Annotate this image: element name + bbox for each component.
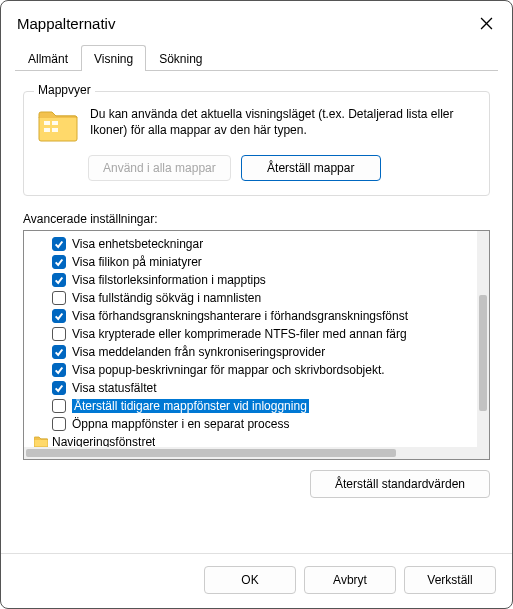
list-item-label: Visa krypterade eller komprimerade NTFS-… bbox=[72, 327, 407, 341]
list-item-label: Visa förhandsgranskningshanterare i förh… bbox=[72, 309, 408, 323]
ok-button[interactable]: OK bbox=[204, 566, 296, 594]
list-item-label: Visa popup-beskrivningar för mappar och … bbox=[72, 363, 385, 377]
restore-defaults-button[interactable]: Återställ standardvärden bbox=[310, 470, 490, 498]
dialog-footer: OK Avbryt Verkställ bbox=[1, 553, 512, 608]
list-item[interactable]: Visa enhetsbeteckningar bbox=[24, 235, 477, 253]
advanced-settings-listbox[interactable]: Visa enhetsbeteckningarVisa filikon på m… bbox=[23, 230, 490, 460]
list-item[interactable]: Öppna mappfönster i en separat process bbox=[24, 415, 477, 433]
list-item[interactable]: Visa förhandsgranskningshanterare i förh… bbox=[24, 307, 477, 325]
folder-views-description: Du kan använda det aktuella visningsläge… bbox=[90, 106, 475, 138]
checkbox[interactable] bbox=[52, 291, 66, 305]
horizontal-scrollbar[interactable] bbox=[24, 447, 477, 459]
checkbox[interactable] bbox=[52, 237, 66, 251]
checkbox[interactable] bbox=[52, 363, 66, 377]
list-item[interactable]: Visa statusfältet bbox=[24, 379, 477, 397]
svg-rect-4 bbox=[52, 121, 58, 125]
vertical-scrollbar[interactable] bbox=[477, 231, 489, 447]
vertical-scroll-thumb[interactable] bbox=[479, 295, 487, 411]
titlebar: Mappalternativ bbox=[1, 1, 512, 43]
apply-to-folders-button: Använd i alla mappar bbox=[88, 155, 231, 181]
tab-content: Mappvyer Du kan använda det aktuella vis… bbox=[1, 71, 512, 553]
close-button[interactable] bbox=[472, 9, 500, 37]
checkbox[interactable] bbox=[52, 381, 66, 395]
checkbox[interactable] bbox=[52, 399, 66, 413]
list-item[interactable]: Visa popup-beskrivningar för mappar och … bbox=[24, 361, 477, 379]
tab-bar: Allmänt Visning Sökning bbox=[1, 45, 512, 71]
list-item-label: Öppna mappfönster i en separat process bbox=[72, 417, 289, 431]
list-item[interactable]: Visa meddelanden från synkroniseringspro… bbox=[24, 343, 477, 361]
list-item-label: Visa filikon på miniatyrer bbox=[72, 255, 202, 269]
svg-rect-5 bbox=[44, 128, 50, 132]
window-title: Mappalternativ bbox=[17, 15, 115, 32]
apply-button[interactable]: Verkställ bbox=[404, 566, 496, 594]
list-item[interactable]: Visa krypterade eller komprimerade NTFS-… bbox=[24, 325, 477, 343]
advanced-settings-label: Avancerade inställningar: bbox=[23, 212, 490, 226]
list-item-label: Visa statusfältet bbox=[72, 381, 157, 395]
folder-views-group: Mappvyer Du kan använda det aktuella vis… bbox=[23, 91, 490, 196]
list-item-label: Visa fullständig sökväg i namnlisten bbox=[72, 291, 261, 305]
checkbox[interactable] bbox=[52, 273, 66, 287]
folder-options-window: Mappalternativ Allmänt Visning Sökning M… bbox=[0, 0, 513, 609]
svg-rect-7 bbox=[34, 439, 48, 447]
list-item-label: Visa enhetsbeteckningar bbox=[72, 237, 203, 251]
list-item[interactable]: Visa filstorleksinformation i mapptips bbox=[24, 271, 477, 289]
list-item-label: Återställ tidigare mappfönster vid inlog… bbox=[72, 399, 309, 413]
reset-folders-button[interactable]: Återställ mappar bbox=[241, 155, 381, 181]
cancel-button[interactable]: Avbryt bbox=[304, 566, 396, 594]
tab-view[interactable]: Visning bbox=[81, 45, 146, 71]
folder-views-row: Du kan använda det aktuella visningsläge… bbox=[38, 106, 475, 143]
list-item-label: Visa meddelanden från synkroniseringspro… bbox=[72, 345, 325, 359]
folder-icon bbox=[38, 109, 78, 143]
tab-search[interactable]: Sökning bbox=[146, 45, 215, 71]
checkbox[interactable] bbox=[52, 309, 66, 323]
list-item[interactable]: Återställ tidigare mappfönster vid inlog… bbox=[24, 397, 477, 415]
scroll-corner bbox=[477, 447, 489, 459]
tab-general[interactable]: Allmänt bbox=[15, 45, 81, 71]
checkbox[interactable] bbox=[52, 327, 66, 341]
list-item-label: Visa filstorleksinformation i mapptips bbox=[72, 273, 266, 287]
list-item[interactable]: Visa fullständig sökväg i namnlisten bbox=[24, 289, 477, 307]
folder-views-buttons: Använd i alla mappar Återställ mappar bbox=[88, 155, 475, 181]
horizontal-scroll-thumb[interactable] bbox=[26, 449, 396, 457]
folder-views-label: Mappvyer bbox=[34, 83, 95, 97]
checkbox[interactable] bbox=[52, 417, 66, 431]
checkbox[interactable] bbox=[52, 255, 66, 269]
svg-rect-6 bbox=[52, 128, 58, 132]
svg-rect-3 bbox=[44, 121, 50, 125]
list-item[interactable]: Visa filikon på miniatyrer bbox=[24, 253, 477, 271]
checkbox[interactable] bbox=[52, 345, 66, 359]
close-icon bbox=[480, 17, 493, 30]
